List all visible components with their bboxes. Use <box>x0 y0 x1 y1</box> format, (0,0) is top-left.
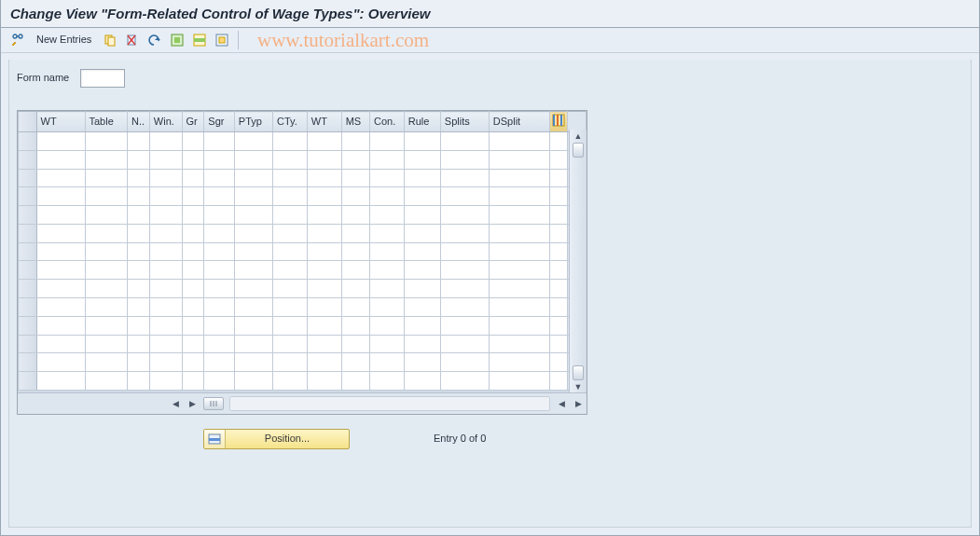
cell-input[interactable] <box>86 188 128 204</box>
cell-input[interactable] <box>37 373 85 389</box>
table-cell[interactable] <box>128 353 150 372</box>
position-button[interactable]: Position... <box>203 429 350 449</box>
cell-input[interactable] <box>86 133 128 149</box>
cell-input[interactable] <box>273 281 307 296</box>
cell-input[interactable] <box>405 299 440 315</box>
table-cell[interactable] <box>404 353 440 372</box>
cell-input[interactable] <box>308 207 341 223</box>
col-header[interactable]: Table <box>85 112 128 132</box>
cell-input[interactable] <box>204 373 234 389</box>
form-name-input[interactable] <box>80 69 125 88</box>
cell-input[interactable] <box>441 152 489 168</box>
select-all-rows-corner[interactable] <box>19 112 37 132</box>
cell-input[interactable] <box>204 133 234 149</box>
table-cell[interactable] <box>404 372 440 391</box>
cell-input[interactable] <box>308 354 341 370</box>
vertical-scrollbar[interactable]: ▲ ▼ <box>569 130 587 393</box>
row-selector[interactable] <box>19 169 37 187</box>
cell-input[interactable] <box>370 299 404 315</box>
cell-input[interactable] <box>490 170 549 186</box>
cell-input[interactable] <box>273 244 307 260</box>
cell-input[interactable] <box>235 299 272 315</box>
table-cell[interactable] <box>341 224 369 242</box>
cell-input[interactable] <box>441 133 489 149</box>
table-cell[interactable] <box>234 316 272 335</box>
table-cell[interactable] <box>149 169 182 187</box>
column-width-handle[interactable] <box>203 397 224 410</box>
cell-input[interactable] <box>273 170 307 186</box>
cell-input[interactable] <box>405 170 440 186</box>
table-cell[interactable] <box>273 280 308 298</box>
cell-input[interactable] <box>441 188 489 204</box>
table-cell[interactable] <box>149 353 182 372</box>
col-header[interactable]: Gr <box>182 112 204 132</box>
table-cell[interactable] <box>273 298 308 317</box>
col-header[interactable]: Con. <box>369 112 404 132</box>
table-cell[interactable] <box>369 206 404 225</box>
cell-input[interactable] <box>273 262 307 278</box>
table-cell[interactable] <box>149 261 182 280</box>
table-cell[interactable] <box>36 316 85 335</box>
cell-input[interactable] <box>150 188 182 204</box>
cell-input[interactable] <box>405 133 440 149</box>
hsb-track[interactable] <box>229 396 550 411</box>
cell-input[interactable] <box>128 299 149 315</box>
row-selector[interactable] <box>19 280 37 298</box>
cell-input[interactable] <box>204 262 234 278</box>
cell-input[interactable] <box>128 354 149 370</box>
cell-input[interactable] <box>370 336 404 351</box>
cell-input[interactable] <box>405 262 440 278</box>
cell-input[interactable] <box>273 299 307 315</box>
cell-input[interactable] <box>37 170 85 186</box>
table-cell[interactable] <box>369 169 404 187</box>
table-cell[interactable] <box>489 150 549 169</box>
cell-input[interactable] <box>183 133 204 149</box>
table-cell[interactable] <box>307 150 341 169</box>
table-cell[interactable] <box>234 353 272 372</box>
cell-input[interactable] <box>441 281 489 296</box>
cell-input[interactable] <box>37 188 85 204</box>
cell-input[interactable] <box>370 133 404 149</box>
cell-input[interactable] <box>86 244 128 260</box>
table-cell[interactable] <box>307 224 341 242</box>
table-cell[interactable] <box>85 224 128 242</box>
cell-input[interactable] <box>150 373 182 389</box>
table-cell[interactable] <box>204 206 235 225</box>
table-cell[interactable] <box>85 132 128 151</box>
table-cell[interactable] <box>204 353 235 372</box>
table-cell[interactable] <box>404 132 440 151</box>
cell-input[interactable] <box>183 373 204 389</box>
cell-input[interactable] <box>128 318 149 334</box>
cell-input[interactable] <box>183 188 204 204</box>
table-cell[interactable] <box>369 372 404 391</box>
table-cell[interactable] <box>128 187 150 206</box>
cell-input[interactable] <box>441 170 489 186</box>
table-cell[interactable] <box>273 242 308 261</box>
cell-input[interactable] <box>308 299 341 315</box>
table-cell[interactable] <box>307 132 341 151</box>
copy-as-button[interactable] <box>101 31 119 49</box>
cell-input[interactable] <box>150 318 182 334</box>
cell-input[interactable] <box>204 336 234 351</box>
cell-input[interactable] <box>308 336 341 351</box>
cell-input[interactable] <box>441 336 489 351</box>
table-cell[interactable] <box>341 353 369 372</box>
cell-input[interactable] <box>370 226 404 241</box>
cell-input[interactable] <box>183 299 204 315</box>
cell-input[interactable] <box>405 188 440 204</box>
cell-input[interactable] <box>183 354 204 370</box>
cell-input[interactable] <box>342 133 369 149</box>
table-cell[interactable] <box>404 169 440 187</box>
row-selector[interactable] <box>19 150 37 169</box>
table-cell[interactable] <box>489 316 549 335</box>
cell-input[interactable] <box>86 170 128 186</box>
cell-input[interactable] <box>150 207 182 223</box>
undo-button[interactable] <box>145 31 164 49</box>
cell-input[interactable] <box>204 188 234 204</box>
cell-input[interactable] <box>308 262 341 278</box>
row-selector[interactable] <box>19 335 37 353</box>
cell-input[interactable] <box>273 373 307 389</box>
cell-input[interactable] <box>183 318 204 334</box>
table-cell[interactable] <box>273 150 308 169</box>
cell-input[interactable] <box>342 170 369 186</box>
